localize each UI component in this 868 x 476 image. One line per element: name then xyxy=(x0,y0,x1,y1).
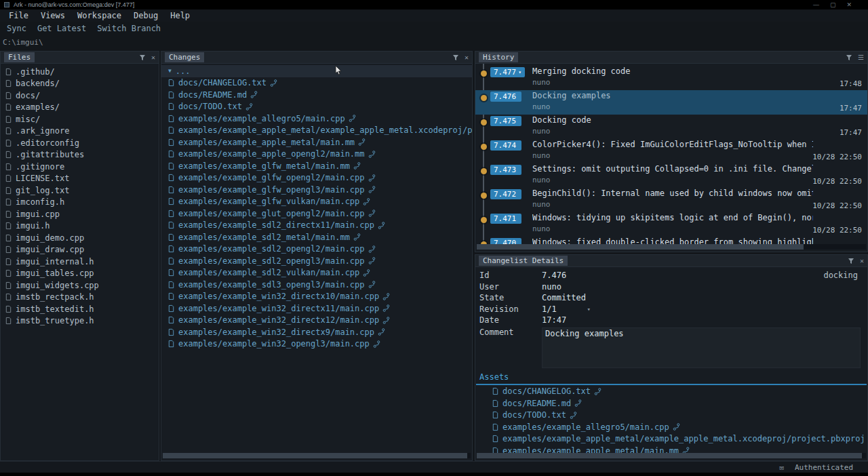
revision-selector[interactable]: 1/1 ▾ xyxy=(542,304,591,314)
file-tree-item[interactable]: .gitattributes xyxy=(1,149,159,161)
history-row[interactable]: 7.475 Docking code nuno 17:47 xyxy=(475,115,867,139)
history-row[interactable]: 7.471 Windows: tidying up skipitems logi… xyxy=(475,212,867,237)
file-tree-item[interactable]: imstb_rectpack.h xyxy=(1,292,159,304)
file-tree-item[interactable]: imstb_textedit.h xyxy=(1,303,159,315)
scrollbar-thumb[interactable] xyxy=(477,453,862,458)
changed-file-row[interactable]: docs/TODO.txt xyxy=(161,101,472,113)
changed-file-row[interactable]: docs/README.md xyxy=(161,89,472,101)
changed-file-row[interactable]: examples/example_win32_directx9/main.cpp xyxy=(161,326,472,338)
file-tree-item[interactable]: git_log.txt xyxy=(1,184,159,197)
maximize-icon[interactable]: ▢ xyxy=(830,1,836,8)
changeset-badge[interactable]: 7.473 xyxy=(490,165,521,175)
scrollbar-thumb[interactable] xyxy=(163,453,467,458)
changes-root-row[interactable]: ▼ ... xyxy=(161,65,472,77)
asset-row[interactable]: examples/example_apple_metal/example_app… xyxy=(475,433,867,445)
toolbar-button[interactable]: Sync xyxy=(1,24,32,33)
changed-file-row[interactable]: docs/CHANGELOG.txt xyxy=(161,77,472,90)
mail-icon[interactable]: ✉ xyxy=(779,463,784,472)
changed-file-row[interactable]: examples/example_glfw_metal/main.mm xyxy=(161,160,472,172)
close-icon[interactable]: ✕ xyxy=(846,1,852,8)
close-icon[interactable]: ✕ xyxy=(465,54,469,61)
changed-file-row[interactable]: examples/example_apple_metal/example_app… xyxy=(161,125,472,137)
changeset-badge[interactable]: 7.476 xyxy=(490,92,521,102)
changed-file-row[interactable]: examples/example_glfw_opengl2/main.cpp xyxy=(161,172,472,184)
changeset-badge[interactable]: 7.474 xyxy=(490,140,521,151)
files-panel-title[interactable]: Files xyxy=(4,52,35,62)
filter-icon[interactable] xyxy=(848,258,854,264)
history-row[interactable]: 7.477 ▾ Merging docking code nuno 17:48 xyxy=(475,66,867,90)
details-panel-title[interactable]: Changelist Details xyxy=(479,256,568,266)
file-tree-item[interactable]: imgui_internal.h xyxy=(1,256,159,268)
history-panel-title[interactable]: History xyxy=(479,52,518,62)
file-tree-item[interactable]: imgui.h xyxy=(1,220,159,233)
file-tree-item[interactable]: imgui_draw.cpp xyxy=(1,244,159,256)
changed-file-row[interactable]: examples/example_sdl3_opengl3/main.cpp xyxy=(161,279,472,291)
file-tree-item[interactable]: .github/ xyxy=(1,66,159,78)
changed-file-row[interactable]: examples/example_glfw_vulkan/main.cpp xyxy=(161,196,472,208)
badge-dropdown-icon[interactable]: ▾ xyxy=(518,69,521,75)
file-tree-item[interactable]: imgui_tables.cpp xyxy=(1,268,159,280)
minimize-icon[interactable]: — xyxy=(813,1,819,8)
file-tree-item[interactable]: backends/ xyxy=(1,78,159,90)
menu-item[interactable]: File xyxy=(3,11,35,20)
commit-graph xyxy=(475,139,490,163)
file-tree-item[interactable]: imgui_demo.cpp xyxy=(1,232,159,244)
changeset-badge[interactable]: 7.477 ▾ xyxy=(490,67,525,77)
changed-file-row[interactable]: examples/example_win32_directx10/main.cp… xyxy=(161,291,472,303)
history-row[interactable]: 7.474 ColorPicker4(): Fixed ImGuiColorEd… xyxy=(475,139,867,163)
filter-icon[interactable] xyxy=(139,54,146,61)
file-tree-item[interactable]: .ark_ignore xyxy=(1,125,159,138)
file-tree-item[interactable]: imgui.cpp xyxy=(1,208,159,220)
asset-row[interactable]: docs/CHANGELOG.txt xyxy=(475,386,867,398)
filter-icon[interactable] xyxy=(846,54,852,61)
changed-file-row[interactable]: examples/example_sdl2_opengl2/main.cpp xyxy=(161,243,472,256)
expand-icon[interactable]: ▼ xyxy=(168,68,172,74)
changed-file-row[interactable]: examples/example_sdl2_vulkan/main.cpp xyxy=(161,267,472,279)
asset-row[interactable]: examples/example_allegro5/main.cpp xyxy=(475,421,867,433)
menu-item[interactable]: Views xyxy=(35,11,71,20)
changes-panel-title[interactable]: Changes xyxy=(165,52,204,62)
comment-textbox[interactable]: Docking examples xyxy=(542,328,861,368)
history-row[interactable]: 7.472 BeginChild(): Internal name used b… xyxy=(475,188,867,212)
file-tree-item[interactable]: .editorconfig xyxy=(1,137,159,149)
file-tree-item[interactable]: imconfig.h xyxy=(1,197,159,209)
close-icon[interactable]: ✕ xyxy=(860,258,864,264)
changeset-badge[interactable]: 7.472 xyxy=(490,189,521,199)
menu-item[interactable]: Help xyxy=(164,11,196,20)
changed-file-row[interactable]: examples/example_win32_directx12/main.cp… xyxy=(161,315,472,327)
close-icon[interactable]: ✕ xyxy=(151,54,155,61)
menu-icon[interactable]: ☰ xyxy=(858,54,864,61)
changed-file-row[interactable]: examples/example_win32_opengl3/main.cpp xyxy=(161,338,472,351)
menu-item[interactable]: Debug xyxy=(127,11,164,20)
file-icon xyxy=(5,186,12,195)
changed-file-row[interactable]: examples/example_glut_opengl2/main.cpp xyxy=(161,207,472,220)
filter-icon[interactable] xyxy=(452,54,459,61)
changed-file-row[interactable]: examples/example_apple_opengl2/main.mm xyxy=(161,148,472,161)
changeset-badge[interactable]: 7.471 xyxy=(490,214,521,224)
changed-file-row[interactable]: examples/example_sdl2_opengl3/main.cpp xyxy=(161,255,472,267)
file-tree-item[interactable]: .gitignore xyxy=(1,161,159,173)
menu-item[interactable]: Workspace xyxy=(71,11,127,20)
history-row[interactable]: 7.473 Settings: omit outputing Collapsed… xyxy=(475,163,867,188)
toolbar-button[interactable]: Switch Branch xyxy=(92,24,166,33)
asset-row[interactable]: docs/TODO.txt xyxy=(475,410,867,422)
file-tree-item[interactable]: examples/ xyxy=(1,102,159,114)
scrollbar-thumb[interactable] xyxy=(477,244,804,250)
file-tree-item[interactable]: imgui_widgets.cpp xyxy=(1,279,159,292)
file-tree-item[interactable]: imstb_truetype.h xyxy=(1,315,159,328)
changed-file-row[interactable]: examples/example_sdl2_metal/main.mm xyxy=(161,231,472,243)
toolbar-button[interactable]: Get Latest xyxy=(32,24,92,33)
assets-title[interactable]: Assets xyxy=(479,372,509,382)
changed-file-row[interactable]: examples/example_glfw_opengl3/main.cpp xyxy=(161,184,472,196)
file-tree-item[interactable]: docs/ xyxy=(1,90,159,102)
file-name: examples/ xyxy=(16,102,60,112)
file-tree-item[interactable]: misc/ xyxy=(1,113,159,125)
changed-file-row[interactable]: examples/example_sdl2_directx11/main.cpp xyxy=(161,220,472,232)
asset-row[interactable]: docs/README.md xyxy=(475,397,867,410)
history-row[interactable]: 7.476 Docking examples nuno 17:47 xyxy=(475,90,867,115)
file-tree-item[interactable]: LICENSE.txt xyxy=(1,173,159,185)
changeset-badge[interactable]: 7.475 xyxy=(490,116,521,126)
changed-file-row[interactable]: examples/example_apple_metal/main.mm xyxy=(161,136,472,148)
changed-file-row[interactable]: examples/example_allegro5/main.cpp xyxy=(161,113,472,125)
changed-file-row[interactable]: examples/example_win32_directx11/main.cp… xyxy=(161,302,472,315)
